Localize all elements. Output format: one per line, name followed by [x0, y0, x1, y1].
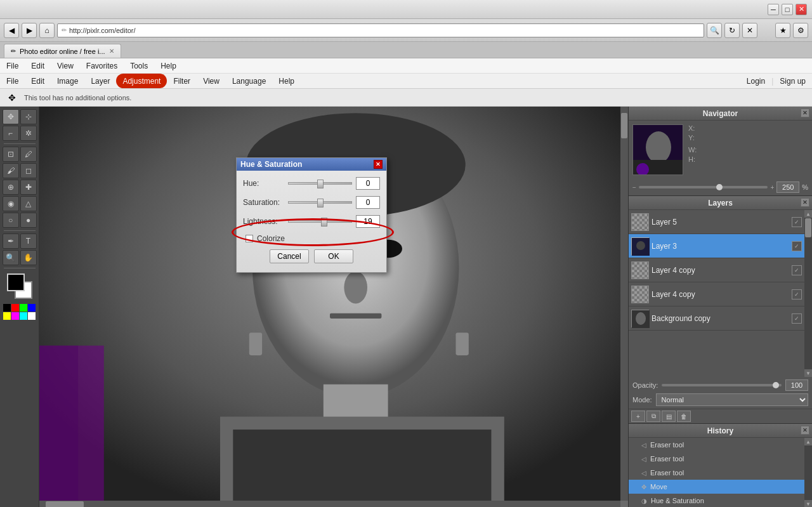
layers-vscrollbar[interactable]: ▲ ▼ — [804, 210, 812, 377]
os-menu-favorites[interactable]: Favorites — [80, 58, 124, 73]
color-selector[interactable] — [6, 273, 34, 299]
tool-burn[interactable]: ● — [20, 213, 37, 228]
layer-item-bgcopy[interactable]: Background copy ✓ — [629, 306, 804, 331]
app-menu-login[interactable]: Login — [740, 77, 771, 86]
saturation-slider[interactable] — [288, 201, 352, 204]
opacity-slider-thumb[interactable] — [773, 382, 779, 388]
cancel-button[interactable]: Cancel — [270, 249, 309, 263]
swatch-white[interactable] — [28, 312, 36, 320]
history-item-eraser2[interactable]: ◁ Eraser tool — [629, 452, 804, 466]
swatch-green[interactable] — [20, 304, 27, 312]
layers-close-button[interactable]: ✕ — [801, 198, 809, 207]
tool-magic[interactable]: ✲ — [20, 126, 37, 141]
app-menu-signup[interactable]: Sign up — [773, 77, 812, 86]
layer-add-button[interactable]: + — [631, 411, 645, 422]
history-item-huesaturation[interactable]: ◑ Hue & Saturation — [629, 494, 804, 507]
layer-item-layer4copy2[interactable]: Layer 4 copy ✓ — [629, 282, 804, 306]
history-item-eraser3[interactable]: ◁ Eraser tool — [629, 466, 804, 480]
colorize-checkbox[interactable] — [246, 235, 253, 242]
layer-eye-layer3[interactable]: ✓ — [792, 241, 802, 251]
layer-item-layer3[interactable]: Layer 3 ✓ — [629, 234, 804, 258]
ok-button[interactable]: OK — [314, 249, 353, 263]
app-menu-adjustment[interactable]: Adjustment — [116, 74, 167, 88]
tool-sharpen[interactable]: △ — [20, 196, 37, 211]
history-panel-header[interactable]: History ✕ — [629, 424, 812, 438]
zoom-in-icon[interactable]: + — [770, 184, 774, 191]
saturation-input[interactable] — [356, 196, 380, 209]
stop-button[interactable]: ✕ — [742, 23, 757, 38]
swatch-red[interactable] — [11, 304, 19, 312]
os-menu-tools[interactable]: Tools — [124, 58, 154, 73]
layer-eye-layer4copy1[interactable]: ✓ — [792, 265, 802, 275]
swatch-yellow[interactable] — [3, 312, 11, 320]
layer-item-layer4copy1[interactable]: Layer 4 copy ✓ — [629, 258, 804, 282]
minimize-button[interactable]: ─ — [768, 4, 779, 15]
bookmarks-button[interactable]: ★ — [775, 23, 790, 38]
app-menu-image[interactable]: Image — [51, 74, 84, 88]
layers-scroll-down[interactable]: ▼ — [804, 369, 812, 377]
canvas-area[interactable]: Hue & Saturation ✕ Hue: Saturation: — [39, 107, 628, 507]
tool-heal[interactable]: ✚ — [20, 180, 37, 195]
zoom-slider[interactable] — [639, 186, 768, 188]
layers-scroll-thumb[interactable] — [805, 218, 811, 237]
tool-blur[interactable]: ◉ — [3, 196, 19, 211]
history-item-move[interactable]: ✥ Move — [629, 480, 804, 494]
lightness-slider[interactable] — [288, 220, 352, 223]
saturation-slider-thumb[interactable] — [317, 199, 324, 207]
tool-clone[interactable]: ⊕ — [3, 180, 19, 195]
hue-slider-thumb[interactable] — [317, 180, 324, 188]
app-menu-edit[interactable]: Edit — [25, 74, 51, 88]
move-tool-icon[interactable]: ✥ — [5, 91, 19, 105]
layer-group-button[interactable]: ▤ — [662, 411, 676, 422]
history-scroll-down[interactable]: ▼ — [804, 500, 812, 507]
hue-saturation-dialog[interactable]: Hue & Saturation ✕ Hue: Saturation: — [236, 157, 387, 273]
app-menu-file[interactable]: File — [0, 74, 25, 88]
history-close-button[interactable]: ✕ — [801, 426, 809, 435]
lightness-input[interactable] — [356, 215, 380, 228]
tool-eyedropper[interactable]: 🖊 — [20, 147, 37, 162]
maximize-button[interactable]: □ — [782, 4, 793, 15]
os-menu-file[interactable]: File — [0, 58, 25, 73]
swatch-magenta[interactable] — [11, 312, 19, 320]
swatch-cyan[interactable] — [20, 312, 27, 320]
app-menu-language[interactable]: Language — [226, 74, 272, 88]
close-button[interactable]: ✕ — [796, 4, 807, 15]
tool-brush[interactable]: 🖌 — [3, 163, 19, 178]
canvas-vscrollbar[interactable] — [620, 107, 628, 501]
canvas-hscrollbar[interactable] — [39, 501, 620, 507]
tool-hand[interactable]: ✋ — [20, 250, 37, 265]
foreground-color[interactable] — [7, 273, 25, 291]
back-button[interactable]: ◀ — [4, 23, 19, 38]
os-menu-help[interactable]: Help — [154, 58, 183, 73]
layers-panel-header[interactable]: Layers ✕ — [629, 196, 812, 210]
os-menu-edit[interactable]: Edit — [25, 58, 51, 73]
tool-eraser[interactable]: ◻ — [20, 163, 37, 178]
home-button[interactable]: ⌂ — [39, 23, 55, 38]
settings-nav-button[interactable]: ⚙ — [793, 23, 808, 38]
layer-item-layer5[interactable]: Layer 5 ✓ — [629, 210, 804, 234]
address-bar[interactable]: ✏ http://pixlr.com/editor/ — [57, 23, 704, 37]
tab-close-button[interactable]: ✕ — [109, 48, 114, 55]
layer-duplicate-button[interactable]: ⧉ — [646, 411, 660, 422]
lightness-slider-thumb[interactable] — [321, 218, 327, 227]
os-menu-view[interactable]: View — [51, 58, 80, 73]
refresh-button[interactable]: ↻ — [724, 23, 740, 38]
tool-zoom[interactable]: 🔍 — [3, 250, 19, 265]
tool-dodge[interactable]: ○ — [3, 213, 19, 228]
history-scroll-up[interactable]: ▲ — [804, 438, 812, 445]
zoom-out-icon[interactable]: − — [632, 184, 636, 191]
active-tab[interactable]: ✏ Photo editor online / free i... ✕ — [4, 44, 121, 58]
zoom-slider-thumb[interactable] — [716, 184, 723, 190]
layer-delete-button[interactable]: 🗑 — [677, 411, 691, 422]
mode-select[interactable]: Normal Dissolve Multiply Screen Overlay — [656, 393, 808, 406]
tool-select[interactable]: ⊹ — [20, 109, 37, 124]
history-vscrollbar[interactable]: ▲ ▼ — [804, 438, 812, 507]
tool-pen[interactable]: ✒ — [3, 234, 19, 249]
swatch-blue[interactable] — [28, 304, 36, 312]
navigator-panel-header[interactable]: Navigator ✕ — [629, 107, 812, 121]
tool-lasso[interactable]: ⌐ — [3, 126, 19, 141]
history-item-eraser1[interactable]: ◁ Eraser tool — [629, 438, 804, 452]
layer-eye-layer4copy2[interactable]: ✓ — [792, 289, 802, 300]
hue-input[interactable] — [356, 177, 380, 190]
layer-eye-layer5[interactable]: ✓ — [792, 217, 802, 227]
